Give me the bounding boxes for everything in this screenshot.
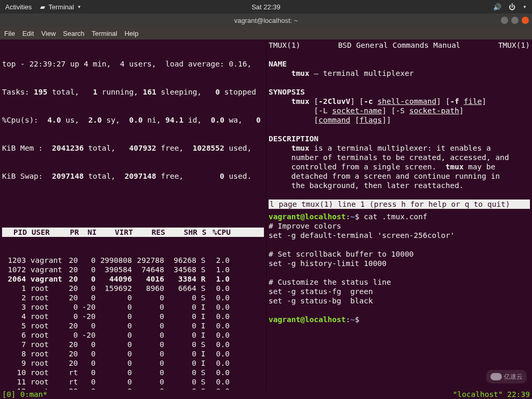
man-name-line: tmux — terminal multiplexer xyxy=(269,69,530,78)
man-status-line: l page tmux(1) line 1 (press h for help … xyxy=(269,200,530,209)
clock[interactable]: Sat 22:39 xyxy=(251,3,281,11)
process-row: 5 root200000 I0.0 xyxy=(2,321,264,330)
chevron-down-icon: ▼ xyxy=(77,5,81,9)
process-row: 11 rootrt0000 S0.0 xyxy=(2,377,264,387)
top-process-list: 1203 vagrant200299080829278896268 S2.010… xyxy=(2,256,264,390)
window-minimize-button[interactable] xyxy=(501,17,508,24)
tmux-status-right: "localhost" 22:39 xyxy=(453,390,530,399)
chevron-down-icon[interactable]: ▼ xyxy=(523,5,527,9)
watermark: 亿速云 xyxy=(486,370,527,383)
power-icon[interactable]: ⏻ xyxy=(509,3,515,11)
terminal-body[interactable]: top - 22:39:27 up 4 min, 4 users, load a… xyxy=(0,39,532,399)
man-header: TMUX(1) BSD General Commands Manual TMUX… xyxy=(269,41,530,50)
top-cpu: %Cpu(s): 4.0 us, 2.0 sy, 0.0 ni, 94.1 id… xyxy=(2,115,264,125)
process-row: 7 root200000 S0.0 xyxy=(2,340,264,349)
window-maximize-button[interactable] xyxy=(511,17,518,24)
man-name-heading: NAME xyxy=(269,59,530,69)
process-row: 4 root0-20000 I0.0 xyxy=(2,312,264,321)
activities-button[interactable]: Activities xyxy=(5,3,32,11)
process-row: 6 root0-20000 I0.0 xyxy=(2,330,264,340)
man-synopsis-1: tmux [-2CluvV] [-c shell-command] [-f fi… xyxy=(269,97,530,106)
menu-search[interactable]: Search xyxy=(63,30,84,37)
man-synopsis-2: [-L socket-name] [-S socket-path] xyxy=(269,106,530,115)
gnome-top-bar: Activities ▰ Terminal ▼ Sat 22:39 🔊 ⏻ ▼ xyxy=(0,0,532,14)
menu-view[interactable]: View xyxy=(41,30,56,37)
window-titlebar: vagrant@localhost: ~ xyxy=(0,14,532,27)
menu-terminal[interactable]: Terminal xyxy=(92,30,117,37)
process-row: 1203 vagrant200299080829278896268 S2.0 xyxy=(2,256,264,265)
man-synopsis-heading: SYNOPSIS xyxy=(269,87,530,97)
top-header: top - 22:39:27 up 4 min, 4 users, load a… xyxy=(2,59,264,69)
shell-output: # Improve colors set -g default-terminal… xyxy=(269,221,530,305)
man-synopsis-3: [command [flags]] xyxy=(269,115,530,125)
process-row: 8 root200000 I0.0 xyxy=(2,349,264,358)
top-swap: KiB Swap: 2097148 total, 2097148 free, 0… xyxy=(2,171,264,181)
process-row: 1 root20015969289606664 S0.0 xyxy=(2,284,264,293)
process-row: 2 root200000 S0.0 xyxy=(2,293,264,302)
man-description-heading: DESCRIPTION xyxy=(269,134,530,143)
process-row: 9 root200000 I0.0 xyxy=(2,358,264,368)
menu-edit[interactable]: Edit xyxy=(22,30,34,37)
top-mem: KiB Mem : 2041236 total, 407932 free, 10… xyxy=(2,143,264,153)
app-menu-label: Terminal xyxy=(48,3,74,11)
cloud-icon xyxy=(490,373,502,380)
man-description-body: tmux is a terminal multiplexer: it enabl… xyxy=(269,143,530,190)
shell-line-1: vagrant@localhost:~$ cat .tmux.conf xyxy=(269,212,530,221)
top-column-header: PID USERPRNIVIRTRESSHR S%CPU xyxy=(2,228,264,237)
tmux-status-bar: [0] 0:man* "localhost" 22:39 xyxy=(0,390,532,399)
window-close-button[interactable] xyxy=(522,17,529,24)
app-menu[interactable]: ▰ Terminal ▼ xyxy=(40,3,81,11)
process-row: 3 root0-20000 I0.0 xyxy=(2,302,264,312)
window-title-text: vagrant@localhost: ~ xyxy=(234,17,298,24)
process-row: 2064 vagrant2004409640163384 R1.0 xyxy=(2,274,264,284)
tmux-pane-right[interactable]: TMUX(1) BSD General Commands Manual TMUX… xyxy=(266,39,532,390)
process-row: 10 rootrt0000 S0.0 xyxy=(2,368,264,377)
menu-file[interactable]: File xyxy=(4,30,15,37)
tmux-pane-top[interactable]: top - 22:39:27 up 4 min, 4 users, load a… xyxy=(0,39,266,390)
terminal-icon: ▰ xyxy=(40,3,45,11)
volume-icon[interactable]: 🔊 xyxy=(493,3,501,11)
process-row: 1072 vagrant2003905847464834568 S1.0 xyxy=(2,265,264,274)
terminal-menubar: File Edit View Search Terminal Help xyxy=(0,27,532,39)
shell-prompt-idle[interactable]: vagrant@localhost:~$ xyxy=(269,315,530,324)
tmux-status-left: [0] 0:man* xyxy=(2,390,47,399)
menu-help[interactable]: Help xyxy=(125,30,139,37)
top-tasks: Tasks: 195 total, 1 running, 161 sleepin… xyxy=(2,87,264,97)
